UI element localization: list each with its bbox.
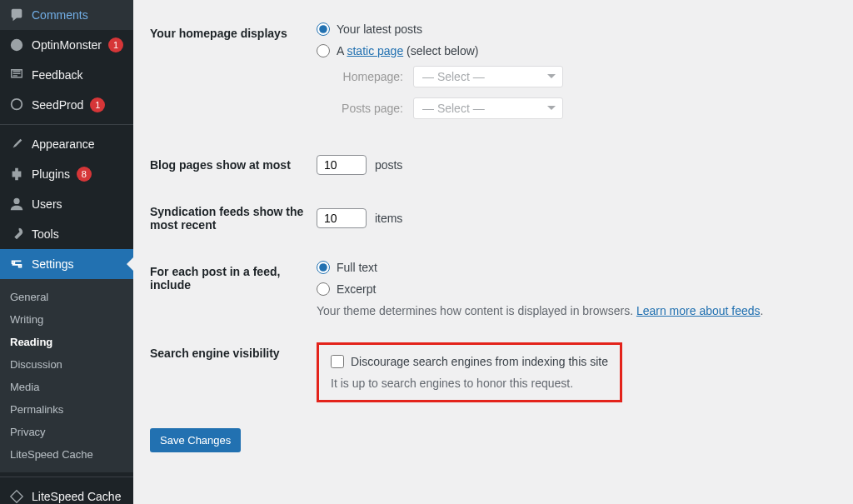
update-badge: 8 xyxy=(77,167,92,182)
homepage-displays-label: Your homepage displays xyxy=(150,10,317,142)
search-visibility-description: It is up to search engines to honor this… xyxy=(331,377,608,390)
syndication-unit: items xyxy=(375,212,402,225)
sidebar-divider xyxy=(0,477,133,477)
brush-icon xyxy=(8,136,25,152)
feed-full-text-label: Full text xyxy=(337,261,377,274)
homepage-select-label: Homepage: xyxy=(337,70,403,83)
feed-excerpt-radio[interactable] xyxy=(317,282,330,296)
admin-sidebar: Comments OptinMonster 1 Feedback SeedPro… xyxy=(0,0,133,504)
feed-excerpt-label: Excerpt xyxy=(337,282,376,296)
submenu-general[interactable]: General xyxy=(0,286,133,308)
submenu-reading[interactable]: Reading xyxy=(0,331,133,353)
learn-more-feeds-link[interactable]: Learn more about feeds xyxy=(636,304,761,317)
sidebar-item-comments[interactable]: Comments xyxy=(0,0,133,30)
homepage-select[interactable]: — Select — xyxy=(413,66,563,87)
submenu-media[interactable]: Media xyxy=(0,376,133,398)
sidebar-item-optinmonster[interactable]: OptinMonster 1 xyxy=(0,30,133,60)
update-badge: 1 xyxy=(90,97,105,112)
homepage-static-page-label: A static page (select below) xyxy=(337,44,478,57)
homepage-latest-posts-label: Your latest posts xyxy=(337,22,422,36)
user-icon xyxy=(8,196,25,212)
sidebar-item-appearance[interactable]: Appearance xyxy=(0,129,133,159)
sidebar-item-plugins[interactable]: Plugins 8 xyxy=(0,159,133,189)
sidebar-item-seedprod[interactable]: SeedProd 1 xyxy=(0,90,133,120)
sidebar-item-users[interactable]: Users xyxy=(0,189,133,219)
sidebar-item-label: Settings xyxy=(32,257,74,271)
settings-icon xyxy=(8,256,25,272)
plugin-icon xyxy=(8,166,25,182)
sidebar-item-label: Tools xyxy=(32,227,59,241)
syndication-input[interactable] xyxy=(317,208,367,228)
settings-content: Your homepage displays Your latest posts… xyxy=(133,0,853,504)
comment-icon xyxy=(8,7,25,23)
discourage-search-label: Discourage search engines from indexing … xyxy=(351,355,608,368)
optinmonster-icon xyxy=(8,37,25,53)
sidebar-item-label: Plugins xyxy=(32,167,70,181)
blog-pages-label: Blog pages show at most xyxy=(150,142,317,188)
posts-page-select-label: Posts page: xyxy=(337,102,403,115)
submenu-writing[interactable]: Writing xyxy=(0,308,133,331)
svg-point-0 xyxy=(11,39,22,51)
sidebar-item-label: LiteSpeed Cache xyxy=(32,490,121,503)
sidebar-item-label: Comments xyxy=(32,8,88,22)
reading-settings-form: Your homepage displays Your latest posts… xyxy=(150,10,836,415)
homepage-static-page-radio[interactable] xyxy=(317,44,330,57)
submenu-privacy[interactable]: Privacy xyxy=(0,421,133,443)
sidebar-item-label: Appearance xyxy=(32,137,95,151)
save-changes-button[interactable]: Save Changes xyxy=(150,428,241,452)
settings-submenu: General Writing Reading Discussion Media… xyxy=(0,279,133,472)
seedprod-icon xyxy=(8,97,25,113)
blog-pages-input[interactable] xyxy=(317,155,367,175)
syndication-label: Syndication feeds show the most recent xyxy=(150,188,317,248)
sidebar-item-litespeed-cache[interactable]: LiteSpeed Cache xyxy=(0,482,133,504)
blog-pages-unit: posts xyxy=(375,158,402,172)
feed-include-label: For each post in a feed, include xyxy=(150,248,317,330)
update-badge: 1 xyxy=(108,37,123,52)
submenu-litespeed[interactable]: LiteSpeed Cache xyxy=(0,443,133,466)
homepage-latest-posts-radio[interactable] xyxy=(317,22,330,36)
search-visibility-label: Search engine visibility xyxy=(150,330,317,415)
feedback-icon xyxy=(8,67,25,83)
sidebar-divider xyxy=(0,124,133,125)
posts-page-select[interactable]: — Select — xyxy=(413,97,563,119)
sidebar-item-label: OptinMonster xyxy=(32,38,102,52)
discourage-search-checkbox[interactable] xyxy=(331,355,344,368)
litespeed-icon xyxy=(8,488,25,504)
submenu-permalinks[interactable]: Permalinks xyxy=(0,398,133,421)
svg-point-1 xyxy=(13,198,19,204)
wrench-icon xyxy=(8,226,25,242)
static-page-link[interactable]: static page xyxy=(347,44,403,57)
sidebar-item-label: Users xyxy=(32,197,62,211)
feed-full-text-radio[interactable] xyxy=(317,261,330,274)
sidebar-item-label: SeedProd xyxy=(32,98,83,112)
sidebar-item-tools[interactable]: Tools xyxy=(0,219,133,249)
sidebar-item-feedback[interactable]: Feedback xyxy=(0,60,133,90)
search-visibility-highlight: Discourage search engines from indexing … xyxy=(317,342,622,402)
sidebar-item-settings[interactable]: Settings xyxy=(0,249,133,279)
feed-description: Your theme determines how content is dis… xyxy=(317,304,836,317)
sidebar-item-label: Feedback xyxy=(32,68,82,82)
submenu-discussion[interactable]: Discussion xyxy=(0,353,133,376)
